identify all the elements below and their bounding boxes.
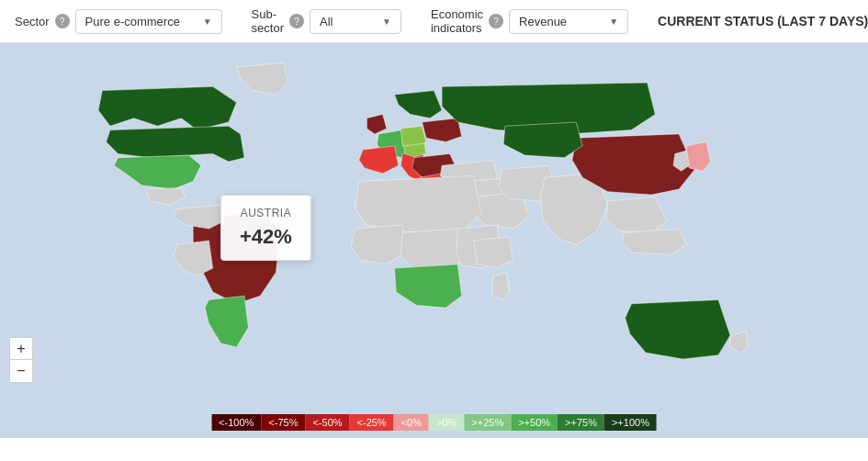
sector-help-icon[interactable]: ?	[55, 14, 70, 28]
sector-filter-group: Sector ? Pure e-commerce ▼	[15, 9, 222, 34]
zoom-out-button[interactable]: −	[10, 360, 32, 382]
status-title: CURRENT STATUS (LAST 7 DAYS)	[658, 14, 868, 28]
legend-item: <-100%	[211, 414, 261, 431]
economic-help-icon[interactable]: ?	[489, 14, 503, 28]
tooltip-country-name: AUSTRIA	[240, 207, 292, 219]
legend-item: <-50%	[305, 414, 349, 431]
map-legend: <-100%<-75%<-50%<-25%<0%>0%>+25%>+50%>+7…	[211, 414, 657, 431]
sector-label: Sector	[15, 15, 50, 28]
legend-item: >+25%	[464, 414, 511, 431]
subsector-label: Sub-sector	[252, 7, 284, 35]
legend-item: <-25%	[350, 414, 394, 431]
sector-select[interactable]: Pure e-commerce ▼	[75, 9, 222, 34]
zoom-in-button[interactable]: +	[10, 338, 32, 360]
legend-item: <0%	[394, 414, 429, 431]
economic-label: Economic indicators	[431, 7, 483, 35]
map-container[interactable]: AUSTRIA +42% + − <-100%<-75%<-50%<-25%<0…	[0, 43, 868, 438]
legend-item: >+50%	[511, 414, 558, 431]
filter-bar: Sector ? Pure e-commerce ▼ Sub-sector ? …	[0, 0, 868, 43]
subsector-chevron-icon: ▼	[382, 17, 391, 27]
economic-filter-group: Economic indicators ? Revenue ▼	[431, 7, 628, 35]
tooltip-value: +42%	[240, 225, 292, 249]
legend-item: >+100%	[604, 414, 657, 431]
subsector-help-icon[interactable]: ?	[289, 14, 304, 28]
legend-item: >0%	[429, 414, 464, 431]
subsector-filter-group: Sub-sector ? All ▼	[252, 7, 401, 35]
sector-chevron-icon: ▼	[203, 17, 212, 27]
zoom-controls: + −	[9, 337, 33, 383]
legend-item: <-75%	[261, 414, 305, 431]
economic-chevron-icon: ▼	[609, 17, 618, 27]
country-tooltip: AUSTRIA +42%	[220, 195, 311, 261]
legend-item: >+75%	[558, 414, 604, 431]
subsector-select[interactable]: All ▼	[310, 9, 401, 34]
economic-select[interactable]: Revenue ▼	[509, 9, 628, 34]
world-map	[0, 43, 868, 438]
